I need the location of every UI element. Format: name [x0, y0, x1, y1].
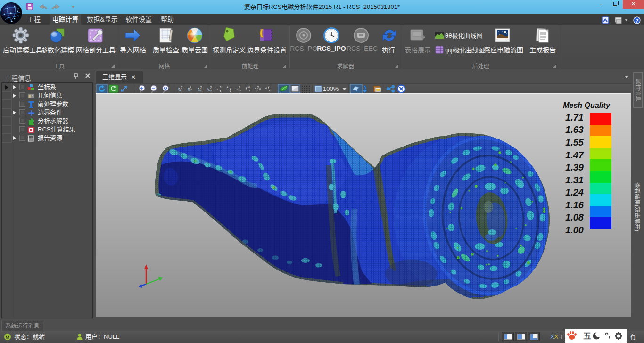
svg-text:x: x	[269, 89, 271, 92]
svg-text:五: 五	[583, 332, 591, 341]
svg-text:x: x	[239, 89, 241, 92]
svg-text:x: x	[190, 88, 192, 91]
svg-text:x: x	[230, 90, 231, 93]
svg-text:y: y	[210, 85, 212, 89]
svg-text:z: z	[207, 88, 209, 91]
svg-text:z: z	[217, 88, 218, 91]
svg-text:x: x	[210, 89, 212, 92]
svg-text:z: z	[200, 89, 202, 92]
svg-text:z: z	[190, 85, 191, 88]
svg-text:z: z	[265, 86, 267, 89]
svg-text:z: z	[227, 85, 228, 88]
svg-text:z: z	[180, 89, 182, 92]
svg-text:?: ?	[636, 18, 639, 24]
svg-text:y: y	[268, 85, 270, 89]
svg-text:x: x	[198, 87, 200, 90]
svg-text:y: y	[220, 89, 222, 92]
svg-text:y: y	[239, 85, 240, 89]
svg-text:x: x	[248, 85, 250, 88]
svg-text:100%: 100%	[323, 85, 339, 92]
svg-text:z: z	[249, 89, 250, 92]
svg-text:x: x	[259, 87, 261, 90]
svg-text:y: y	[200, 85, 202, 89]
svg-text:z: z	[255, 86, 256, 89]
svg-text:z: z	[236, 88, 238, 91]
svg-text:y: y	[181, 85, 183, 89]
svg-text:x: x	[220, 85, 222, 88]
